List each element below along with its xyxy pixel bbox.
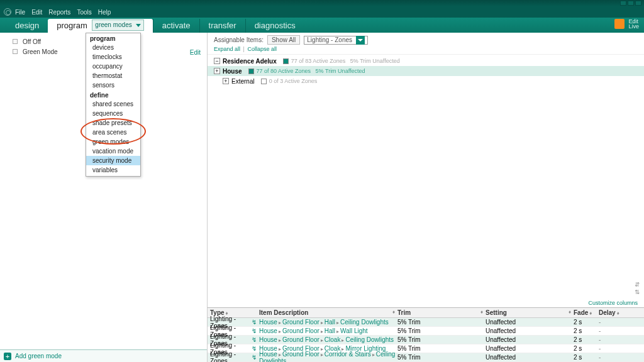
- tab-diagnostics[interactable]: diagnostics: [245, 19, 304, 33]
- dropdown-item-variables[interactable]: variables: [86, 165, 140, 175]
- tab-program[interactable]: program green modes: [48, 19, 152, 33]
- cell-setting: Unaffected: [486, 345, 574, 352]
- col-trim[interactable]: Trim♦: [397, 309, 486, 316]
- expand-icon[interactable]: +: [223, 78, 229, 84]
- cell-description[interactable]: House▸Ground Floor▸Corridor & Stairs▸Cei…: [259, 351, 397, 363]
- plus-icon[interactable]: +: [4, 353, 11, 360]
- dropdown-item-shade-presets[interactable]: shade presets: [86, 118, 140, 128]
- app-logo-icon: [4, 8, 11, 16]
- table-row[interactable]: Lighting - Zones↯House▸Ground Floor▸Hall…: [208, 327, 644, 336]
- sort-icon[interactable]: ♦: [480, 309, 483, 315]
- checkbox-icon[interactable]: [283, 58, 289, 64]
- dropdown-item-devices[interactable]: devices: [86, 43, 140, 52]
- sort-icon[interactable]: ♦: [569, 309, 571, 315]
- cell-fade: 2 s: [574, 319, 599, 326]
- chevron-down-icon: [356, 36, 365, 45]
- tree-node-residence[interactable]: − Residence Adelux 77 of 83 Active Zones…: [214, 56, 638, 66]
- dropdown-item-vacation-mode[interactable]: vacation mode: [86, 146, 140, 156]
- menu-help[interactable]: Help: [98, 9, 111, 16]
- menu-reports[interactable]: Reports: [48, 9, 70, 16]
- zone-grid: Type♦ Item Description♦ Trim♦ Setting♦ F…: [208, 307, 644, 362]
- expand-icon[interactable]: [13, 39, 18, 44]
- dropdown-item-timeclocks[interactable]: timeclocks: [86, 52, 140, 62]
- add-green-mode-link[interactable]: Add green mode: [15, 353, 62, 359]
- zone-icon: ↯: [252, 345, 259, 352]
- tree-node-status: 0 of 3 Active Zones: [269, 78, 318, 84]
- dropdown-item-area-scenes[interactable]: area scenes: [86, 128, 140, 137]
- checkbox-icon[interactable]: [261, 79, 267, 84]
- dropdown-group-define: define: [86, 90, 140, 99]
- edit-link[interactable]: Edit: [190, 49, 201, 56]
- window-min-button[interactable]: [620, 1, 626, 6]
- cell-type: Lighting - Zones: [208, 351, 252, 363]
- collapse-all-link[interactable]: Collapse all: [247, 46, 277, 52]
- cell-description[interactable]: House▸Ground Floor▸Hall▸Wall Light: [259, 327, 397, 334]
- dropdown-item-shared-scenes[interactable]: shared scenes: [86, 99, 140, 109]
- menu-tools[interactable]: Tools: [77, 9, 91, 16]
- tab-activate[interactable]: activate: [153, 19, 199, 33]
- tab-design[interactable]: design: [6, 19, 48, 33]
- cell-trim: 5% Trim: [397, 336, 486, 343]
- header-live-label[interactable]: Live: [628, 24, 639, 29]
- menubar: File Edit Reports Tools Help: [0, 6, 644, 18]
- col-fade[interactable]: Fade♦: [574, 309, 599, 316]
- left-panel: Off Off Green Mode Edit program devices …: [0, 33, 208, 362]
- window-max-button[interactable]: [628, 1, 634, 6]
- zone-tree: − Residence Adelux 77 of 83 Active Zones…: [208, 55, 644, 87]
- tree-node-label: External: [231, 78, 255, 85]
- cell-description[interactable]: House▸Ground Floor▸Cloak▸Ceiling Dowligh…: [259, 336, 397, 343]
- col-description[interactable]: Item Description♦: [259, 309, 397, 316]
- chevron-down-icon: [136, 24, 141, 27]
- expand-icon[interactable]: +: [214, 68, 220, 74]
- right-header: Assignable Items: Show All Lighting - Zo…: [208, 33, 644, 55]
- tree-node-house[interactable]: + House 77 of 80 Active Zones 5% Trim Un…: [208, 66, 644, 76]
- dropdown-item-green-modes[interactable]: green modes: [86, 137, 140, 146]
- expand-all-link[interactable]: Expand all: [214, 46, 240, 52]
- show-all-button[interactable]: Show All: [267, 35, 300, 45]
- cell-trim: 5% Trim: [397, 327, 486, 334]
- window-close-button[interactable]: [635, 1, 641, 6]
- tree-node-external[interactable]: + External 0 of 3 Active Zones: [214, 76, 638, 86]
- table-row[interactable]: Lighting - Zones↯House▸Ground Floor▸Hall…: [208, 318, 644, 327]
- grid-header: Type♦ Item Description♦ Trim♦ Setting♦ F…: [208, 308, 644, 318]
- dropdown-item-security-mode[interactable]: security mode: [86, 156, 140, 165]
- sort-icon[interactable]: ♦: [589, 310, 592, 316]
- live-feed-icon[interactable]: [614, 19, 625, 29]
- program-dropdown-menu[interactable]: program devices timeclocks occupancy the…: [86, 33, 141, 177]
- right-panel: Assignable Items: Show All Lighting - Zo…: [208, 33, 644, 362]
- cell-setting: Unaffected: [486, 354, 574, 361]
- dropdown-item-occupancy[interactable]: occupancy: [86, 62, 140, 71]
- window-titlebar: [0, 0, 644, 6]
- move-up-icon[interactable]: ⇵: [634, 281, 640, 287]
- cell-delay: -: [599, 345, 621, 352]
- checkbox-icon[interactable]: [248, 69, 254, 74]
- customize-columns-link[interactable]: Customize columns: [588, 300, 638, 306]
- tree-node-status: 77 of 80 Active Zones 5% Trim Unaffected: [257, 68, 365, 74]
- item-type-select[interactable]: Lighting - Zones: [304, 36, 368, 45]
- menu-file[interactable]: File: [15, 9, 25, 16]
- program-subselect[interactable]: green modes: [92, 19, 143, 31]
- cell-trim: 5% Trim: [397, 345, 486, 352]
- table-row[interactable]: Lighting - Zones↯House▸Ground Floor▸Corr…: [208, 353, 644, 362]
- dropdown-item-sequences[interactable]: sequences: [86, 109, 140, 118]
- cell-setting: Unaffected: [486, 327, 574, 334]
- zone-icon: ↯: [252, 354, 259, 361]
- tree-node-label: Residence Adelux: [223, 58, 277, 65]
- cell-description[interactable]: House▸Ground Floor▸Hall▸Ceiling Dowlight…: [259, 319, 397, 326]
- cell-delay: -: [599, 327, 621, 334]
- tree-node-status: 77 of 83 Active Zones 5% Trim Unaffected: [291, 58, 400, 64]
- sort-icon[interactable]: ♦: [392, 309, 395, 315]
- expand-icon[interactable]: [13, 49, 18, 54]
- list-item-label: Green Mode: [23, 48, 58, 55]
- sort-icon[interactable]: ♦: [617, 310, 619, 316]
- table-row[interactable]: Lighting - Zones↯House▸Ground Floor▸Cloa…: [208, 336, 644, 344]
- dropdown-item-sensors[interactable]: sensors: [86, 80, 140, 90]
- move-down-icon[interactable]: ⇅: [634, 288, 640, 295]
- menu-edit[interactable]: Edit: [31, 9, 42, 16]
- col-setting[interactable]: Setting♦: [486, 309, 574, 316]
- cell-trim: 5% Trim: [397, 354, 486, 361]
- collapse-icon[interactable]: −: [214, 58, 220, 64]
- dropdown-item-thermostat[interactable]: thermostat: [86, 71, 140, 80]
- tab-transfer[interactable]: transfer: [199, 19, 245, 33]
- col-delay[interactable]: Delay♦: [599, 309, 621, 316]
